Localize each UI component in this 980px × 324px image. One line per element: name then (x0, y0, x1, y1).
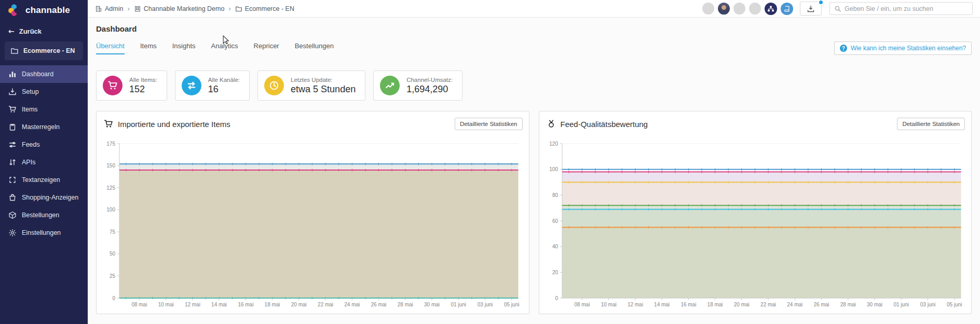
topbar: Admin › Channable Marketing Demo › Ecomm… (88, 0, 980, 18)
export-button[interactable] (800, 2, 822, 16)
sidebar-nav: Dashboard Setup Items Masterregeln Feeds (0, 65, 88, 242)
gear-icon (8, 229, 17, 237)
svg-text:14 mai: 14 mai (654, 302, 670, 307)
svg-text:75: 75 (110, 229, 116, 235)
stat-value: 1,694,290 (406, 84, 453, 95)
sidebar-item-feeds[interactable]: Feeds (0, 136, 88, 153)
clock-icon (269, 80, 279, 91)
sidebar-item-shopping-anzeigen[interactable]: Shopping-Anzeigen (0, 189, 88, 206)
sidebar-item-setup[interactable]: Setup (0, 83, 88, 101)
svg-text:26 mai: 26 mai (371, 302, 386, 307)
tab-bestellungen[interactable]: Bestellungen (295, 42, 334, 54)
sidebar-item-dashboard[interactable]: Dashboard (0, 65, 88, 83)
svg-text:01 juni: 01 juni (893, 302, 908, 307)
area-chart-items: 025507510012515017508 mai10 mai12 mai14 … (99, 135, 526, 312)
user-avatar[interactable] (749, 3, 761, 15)
team-avatars (702, 3, 761, 15)
detail-stats-button[interactable]: Detaillierte Statistiken (455, 118, 523, 130)
sidebar-item-items[interactable]: Items (0, 101, 88, 118)
medal-icon (547, 119, 556, 129)
stats-row: Alle Items: 152 Alle Kanäle: 16 Letztes … (96, 71, 972, 101)
icon-button-sitemap[interactable] (765, 3, 777, 15)
help-button[interactable]: ? Wie kann ich meine Statistiken einsehe… (834, 41, 972, 55)
svg-text:100: 100 (549, 166, 558, 172)
breadcrumb-separator: › (127, 5, 129, 12)
svg-text:14 mai: 14 mai (211, 302, 227, 307)
channable-logo-icon (7, 4, 21, 17)
chart-header: Feed-Qualitätsbewertung Detaillierte Sta… (539, 111, 972, 134)
trend-icon (385, 80, 395, 91)
breadcrumb-item-admin[interactable]: Admin (95, 5, 123, 12)
svg-text:08 mai: 08 mai (574, 302, 590, 307)
cart-icon (104, 119, 113, 129)
sidebar-item-apis[interactable]: APIs (0, 153, 88, 171)
cart-icon (107, 80, 118, 91)
project-label: Ecommerce - EN (23, 47, 75, 54)
sidebar-item-label: Einstellungen (22, 229, 61, 236)
detail-stats-button[interactable]: Detaillierte Statistiken (897, 118, 965, 130)
sidebar-item-label: Feeds (22, 141, 40, 148)
stat-card-alle-kanäle: Alle Kanäle: 16 (175, 71, 250, 101)
folder-icon (10, 47, 19, 55)
sliders-icon (8, 140, 17, 149)
tab-analytics[interactable]: Analytics (211, 42, 238, 54)
svg-text:24 mai: 24 mai (344, 302, 360, 307)
charts-row: Importierte und exportierte Items Detail… (96, 111, 972, 314)
breadcrumb-separator: › (228, 5, 230, 12)
svg-text:40: 40 (552, 244, 558, 249)
sitemap-icon (767, 5, 774, 12)
sidebar-item-label: Shopping-Anzeigen (22, 194, 78, 201)
tab-items[interactable]: Items (140, 42, 157, 54)
svg-text:12 mai: 12 mai (627, 302, 643, 307)
svg-text:01 juni: 01 juni (451, 302, 466, 307)
search-input[interactable] (845, 5, 968, 12)
svg-text:18 mai: 18 mai (707, 302, 723, 307)
bar-chart-icon (8, 70, 17, 78)
user-avatar[interactable] (718, 3, 730, 15)
area-chart-items-svg: 025507510012515017508 mai10 mai12 mai14 … (99, 135, 526, 312)
breadcrumb-item-channable-marketing-demo[interactable]: Channable Marketing Demo (134, 5, 225, 12)
svg-text:12 mai: 12 mai (185, 302, 200, 307)
icon-button-book[interactable] (781, 3, 793, 15)
project-selector[interactable]: Ecommerce - EN (5, 41, 83, 60)
search-box (829, 2, 973, 15)
svg-text:150: 150 (106, 163, 115, 168)
svg-text:10 mai: 10 mai (158, 302, 174, 307)
stat-card-alle-items: Alle Items: 152 (96, 71, 167, 101)
user-avatar[interactable] (733, 3, 745, 15)
sidebar-item-textanzeigen[interactable]: Textanzeigen (0, 171, 88, 189)
svg-text:80: 80 (552, 192, 558, 198)
stat-label: Alle Kanäle: (208, 77, 240, 83)
sidebar-item-bestellungen[interactable]: Bestellungen (0, 206, 88, 224)
svg-text:30 mai: 30 mai (424, 302, 440, 307)
breadcrumb-item-ecommerce-en[interactable]: Ecommerce - EN (235, 5, 294, 12)
svg-text:30 mai: 30 mai (866, 302, 882, 307)
svg-text:28 mai: 28 mai (398, 302, 413, 307)
chart-card-feed-quality: Feed-Qualitätsbewertung Detaillierte Sta… (539, 111, 972, 314)
clipboard-icon (8, 123, 17, 131)
tab-repricer[interactable]: Repricer (254, 42, 279, 54)
svg-text:20 mai: 20 mai (291, 302, 307, 307)
swap-icon (186, 80, 197, 91)
back-button[interactable]: ← Zurück (0, 21, 88, 40)
stat-label: Channel-Umsatz: (406, 77, 453, 83)
svg-text:18 mai: 18 mai (265, 302, 280, 307)
tab-übersicht[interactable]: Übersicht (96, 42, 125, 54)
chart-header: Importierte und exportierte Items Detail… (97, 111, 529, 134)
tab-insights[interactable]: Insights (172, 42, 196, 54)
brackets-icon (8, 176, 17, 184)
package-icon (8, 211, 17, 219)
svg-text:26 mai: 26 mai (813, 302, 829, 307)
user-avatar[interactable] (702, 3, 714, 15)
svg-text:50: 50 (110, 251, 116, 257)
app-icon-buttons (765, 3, 793, 15)
sidebar: channable ← Zurück Ecommerce - EN Dashbo… (0, 0, 88, 324)
sidebar-item-einstellungen[interactable]: Einstellungen (0, 224, 88, 242)
svg-text:20 mai: 20 mai (733, 302, 749, 307)
back-arrow-icon: ← (8, 27, 15, 35)
svg-text:100: 100 (106, 207, 115, 213)
home-link[interactable]: channable (0, 0, 88, 21)
tabs: Übersicht Items Insights Analytics Repri… (96, 42, 349, 54)
sidebar-item-masterregeln[interactable]: Masterregeln (0, 118, 88, 136)
sidebar-item-label: Bestellungen (22, 212, 59, 219)
